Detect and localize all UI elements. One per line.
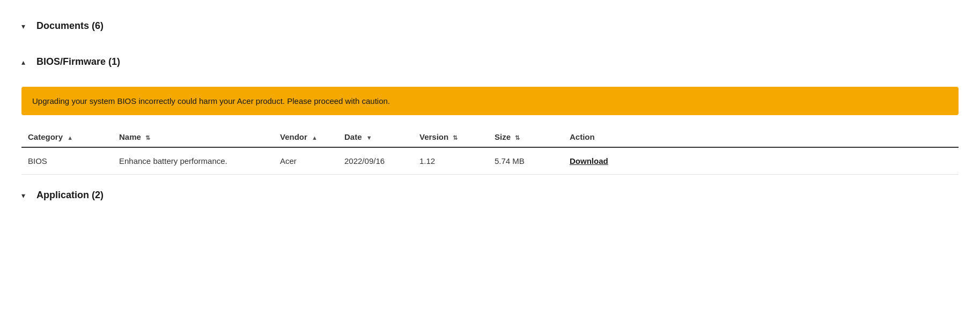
documents-chevron-icon: ▾ [21,22,31,31]
col-header-vendor-label: Vendor [280,132,307,141]
bios-section: ▴ BIOS/Firmware (1) Upgrading your syste… [21,47,959,175]
application-section-header[interactable]: ▾ Application (2) [21,180,959,210]
col-header-version-label: Version [419,132,448,141]
documents-section-title: Documents (6) [36,20,104,32]
col-header-name-sort: ⇅ [145,134,150,141]
col-header-vendor[interactable]: Vendor ▲ [274,127,338,147]
cell-vendor: Acer [274,147,338,175]
cell-category: BIOS [21,147,113,175]
documents-section: ▾ Documents (6) [21,11,959,41]
bios-section-header[interactable]: ▴ BIOS/Firmware (1) [21,47,959,77]
col-header-version-sort: ⇅ [453,134,458,141]
col-header-vendor-sort: ▲ [312,134,318,141]
col-header-action: Action [563,127,959,147]
col-header-size-sort: ⇅ [515,134,520,141]
bios-table-container: Category ▲ Name ⇅ Vendor ▲ Date ▼ [21,127,959,175]
bios-warning-banner: Upgrading your system BIOS incorrectly c… [21,87,959,115]
application-chevron-icon: ▾ [21,191,31,200]
application-section: ▾ Application (2) [21,180,959,210]
col-header-date-sort: ▼ [366,134,372,141]
bios-table: Category ▲ Name ⇅ Vendor ▲ Date ▼ [21,127,959,175]
cell-size: 5.74 MB [488,147,563,175]
bios-section-title: BIOS/Firmware (1) [36,56,120,67]
cell-version: 1.12 [413,147,488,175]
col-header-action-label: Action [570,132,595,141]
download-button[interactable]: Download [570,156,608,166]
col-header-size[interactable]: Size ⇅ [488,127,563,147]
col-header-category[interactable]: Category ▲ [21,127,113,147]
bios-warning-text: Upgrading your system BIOS incorrectly c… [32,96,390,106]
table-header-row: Category ▲ Name ⇅ Vendor ▲ Date ▼ [21,127,959,147]
col-header-category-label: Category [28,132,63,141]
col-header-version[interactable]: Version ⇅ [413,127,488,147]
cell-name: Enhance battery performance. [113,147,274,175]
application-section-title: Application (2) [36,190,104,201]
col-header-date-label: Date [344,132,362,141]
documents-section-header[interactable]: ▾ Documents (6) [21,11,959,41]
cell-date: 2022/09/16 [338,147,413,175]
table-row: BIOS Enhance battery performance. Acer 2… [21,147,959,175]
cell-action: Download [563,147,959,175]
col-header-category-sort: ▲ [67,134,73,141]
col-header-name[interactable]: Name ⇅ [113,127,274,147]
bios-chevron-icon: ▴ [21,58,31,66]
col-header-date[interactable]: Date ▼ [338,127,413,147]
col-header-name-label: Name [119,132,141,141]
col-header-size-label: Size [495,132,511,141]
